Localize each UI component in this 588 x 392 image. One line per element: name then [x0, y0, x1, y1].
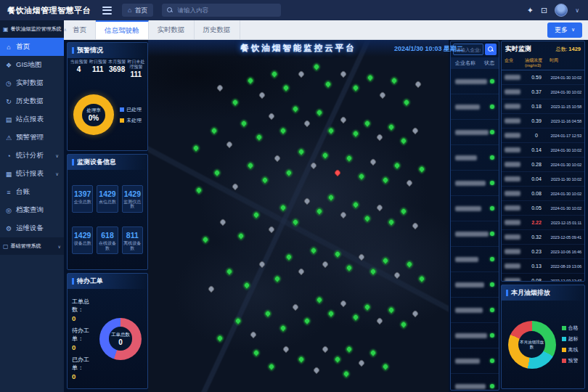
table-row[interactable]: 0.042023-11-30 10:02 [502, 172, 584, 187]
sidebar-section-base[interactable]: ▢ 基础管理系统 ∨ [0, 237, 64, 255]
map-marker[interactable] [240, 119, 248, 127]
sidebar-item-10[interactable]: ⚙运维设备 [0, 219, 64, 237]
map-marker[interactable] [327, 310, 335, 318]
tab-3[interactable]: 历史数据 [195, 20, 240, 39]
list-item[interactable] [451, 196, 499, 221]
map-marker[interactable] [297, 70, 305, 78]
map-marker[interactable] [412, 126, 420, 134]
map-marker[interactable] [388, 218, 396, 226]
map-marker[interactable] [399, 208, 407, 216]
table-row[interactable]: 0.142024-01-30 10:02 [502, 143, 584, 158]
map-marker[interactable] [369, 267, 377, 275]
map-marker[interactable] [393, 161, 401, 169]
list-item[interactable] [451, 323, 499, 348]
map-marker[interactable] [270, 70, 278, 78]
map[interactable]: 餐饮油烟智能监控云平台 [148, 39, 449, 392]
avatar[interactable] [555, 4, 568, 17]
map-marker[interactable] [192, 144, 200, 152]
map-marker[interactable] [375, 134, 383, 142]
map-marker[interactable] [303, 197, 311, 205]
map-marker[interactable] [225, 140, 233, 148]
map-marker[interactable] [417, 274, 425, 282]
map-marker[interactable] [412, 310, 420, 318]
map-marker[interactable] [291, 105, 299, 113]
map-marker[interactable] [216, 84, 224, 92]
map-marker[interactable] [312, 366, 320, 374]
map-marker[interactable] [405, 179, 413, 187]
sidebar-item-2[interactable]: ◷实时数据 [0, 74, 64, 92]
map-marker[interactable] [357, 172, 365, 180]
list-item[interactable] [451, 298, 499, 323]
map-marker[interactable] [246, 161, 254, 169]
sidebar-item-0[interactable]: ⌂首页 [0, 38, 64, 56]
map-marker[interactable] [225, 267, 233, 275]
table-row[interactable]: 0.232023-10-06 16:46 [502, 245, 584, 259]
badge-icon[interactable]: ✦ [527, 6, 534, 15]
map-marker[interactable] [315, 295, 323, 303]
sidebar-item-8[interactable]: ≡台账 [0, 183, 64, 201]
map-marker[interactable] [303, 317, 311, 324]
breadcrumb[interactable]: ⌂ 首页 [122, 4, 153, 17]
list-item[interactable] [451, 171, 499, 196]
map-marker[interactable] [321, 151, 329, 159]
map-marker[interactable] [315, 208, 323, 216]
table-row[interactable]: 0.182023-11-15 10:58 [502, 99, 584, 114]
map-marker[interactable] [279, 126, 287, 134]
map-marker[interactable] [378, 91, 386, 99]
table-row[interactable]: 02024-01-17 12:53 [502, 128, 584, 143]
map-marker[interactable] [252, 211, 260, 219]
map-marker[interactable] [309, 161, 317, 169]
map-marker[interactable] [339, 211, 347, 219]
map-marker[interactable] [267, 362, 275, 370]
global-search[interactable] [162, 4, 281, 17]
list-item[interactable] [451, 221, 499, 247]
map-marker[interactable] [297, 147, 305, 155]
list-item[interactable] [451, 272, 499, 298]
sidebar-item-5[interactable]: ⚠预警管理 [0, 128, 64, 147]
map-marker[interactable] [267, 225, 275, 233]
map-marker[interactable] [363, 119, 371, 127]
tab-2[interactable]: 实时数据 [149, 20, 195, 39]
map-marker[interactable] [333, 250, 341, 258]
map-marker[interactable] [381, 176, 389, 184]
map-marker[interactable] [282, 84, 290, 92]
map-marker[interactable] [367, 73, 375, 81]
map-marker[interactable] [249, 331, 257, 339]
map-marker[interactable] [315, 109, 323, 117]
map-marker[interactable] [201, 235, 209, 243]
map-marker[interactable] [267, 112, 275, 120]
map-marker[interactable] [381, 362, 389, 370]
tab-0[interactable]: 首页 [64, 20, 96, 39]
sidebar-item-7[interactable]: ▦统计报表∨ [0, 165, 64, 183]
table-row[interactable]: 0.282024-01-30 10:02 [502, 158, 584, 172]
sidebar-item-1[interactable]: ❖GIS地图 [0, 56, 64, 74]
table-row[interactable]: 0.052024-01-30 10:02 [502, 201, 584, 216]
list-item[interactable] [451, 247, 499, 272]
map-marker[interactable] [261, 176, 269, 184]
map-marker[interactable] [234, 317, 242, 324]
map-marker[interactable] [237, 232, 245, 240]
map-marker[interactable] [399, 136, 407, 144]
map-marker[interactable] [279, 324, 287, 332]
sidebar-item-3[interactable]: ↻历史数据 [0, 92, 64, 110]
list-item[interactable] [451, 69, 499, 94]
map-marker[interactable] [309, 246, 317, 254]
map-marker[interactable] [282, 345, 290, 353]
map-marker[interactable] [363, 303, 371, 311]
map-marker[interactable] [258, 261, 266, 269]
map-marker[interactable] [393, 271, 401, 279]
map-marker[interactable] [273, 274, 281, 282]
table-row[interactable]: 0.132022-08-19 13:06 [502, 259, 584, 274]
map-marker[interactable] [258, 91, 266, 99]
map-marker[interactable] [381, 257, 389, 265]
map-marker[interactable] [321, 345, 329, 353]
map-marker[interactable] [243, 282, 251, 290]
map-marker[interactable] [351, 313, 359, 321]
map-marker[interactable] [369, 158, 377, 166]
map-marker[interactable] [339, 115, 347, 123]
list-item[interactable] [451, 94, 499, 120]
map-marker[interactable] [327, 126, 335, 134]
sidebar-section-monitor[interactable]: ▣ 餐饮油烟监控管理系统 ∧ [0, 20, 64, 38]
map-marker[interactable] [213, 168, 221, 176]
map-marker[interactable] [351, 200, 359, 208]
